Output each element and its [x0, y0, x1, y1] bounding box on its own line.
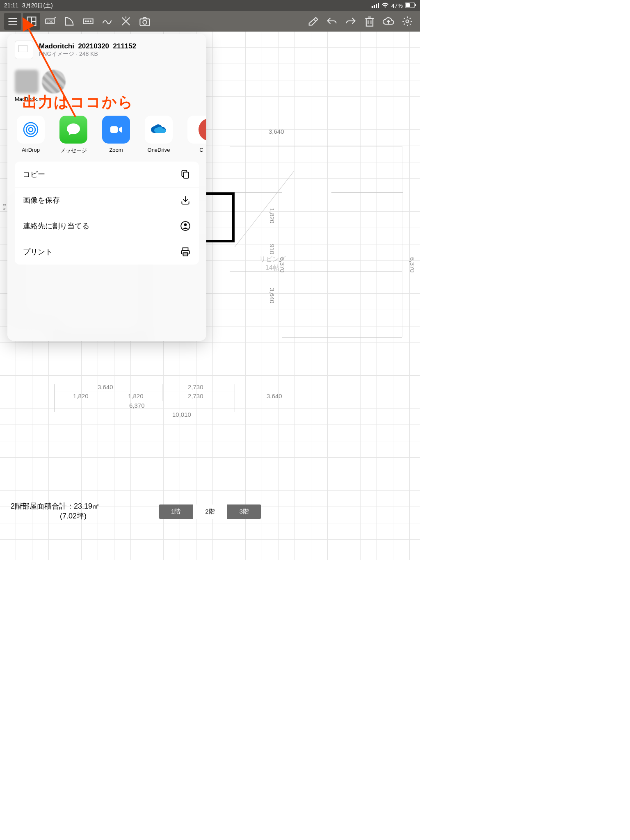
wifi-icon — [381, 2, 389, 9]
copy-icon — [180, 169, 191, 180]
svg-point-21 — [143, 21, 146, 24]
download-icon — [180, 195, 191, 205]
cloud-upload-button[interactable] — [380, 13, 397, 30]
status-time: 21:11 — [4, 2, 18, 9]
dim-b1: 3,640 — [98, 383, 113, 390]
dim-b5: 2,730 — [188, 393, 203, 399]
action-copy[interactable]: コピー — [15, 162, 199, 187]
svg-rect-5 — [406, 3, 410, 7]
svg-rect-32 — [110, 126, 118, 133]
share-app-onedrive[interactable]: OneDrive — [143, 116, 175, 154]
svg-point-33 — [199, 118, 206, 141]
floor-1-button[interactable]: 1階 — [159, 504, 193, 519]
dim-b2: 2,730 — [188, 383, 203, 390]
undo-button[interactable] — [323, 13, 340, 30]
svg-rect-37 — [183, 248, 188, 251]
svg-rect-34 — [184, 172, 189, 178]
svg-rect-6 — [415, 4, 416, 6]
measure-tool-button[interactable] — [117, 13, 135, 30]
dim-v4: 3,640 — [269, 288, 276, 304]
svg-point-29 — [26, 125, 35, 134]
share-app-messages[interactable]: メッセージ — [57, 116, 89, 154]
svg-rect-2 — [376, 4, 377, 8]
dim-b4: 1,820 — [128, 393, 144, 399]
share-app-airdrop[interactable]: AirDrop — [15, 116, 47, 154]
dim-top: 3,640 — [269, 128, 284, 135]
status-date: 3月20日(土) — [22, 2, 53, 9]
dim-v1: 1,820 — [269, 208, 276, 224]
svg-point-27 — [406, 20, 409, 23]
svg-rect-38 — [181, 251, 189, 254]
share-app-zoom[interactable]: Zoom — [100, 116, 132, 154]
camera-tool-button[interactable] — [136, 13, 153, 30]
svg-point-36 — [184, 224, 187, 226]
dim-v3: 6,370 — [279, 257, 286, 273]
battery-icon — [405, 2, 416, 9]
freehand-tool-button[interactable] — [98, 13, 116, 30]
action-save-image[interactable]: 画像を保存 — [15, 187, 199, 213]
dim-b8: 10,010 — [172, 411, 191, 418]
svg-point-31 — [67, 123, 80, 134]
svg-point-28 — [29, 128, 33, 132]
status-bar: 21:11 3月20日(土) 47% — [0, 0, 420, 11]
dim-v2: 910 — [269, 244, 276, 254]
dim-v5: 6,370 — [409, 257, 416, 273]
eraser-button[interactable] — [304, 13, 322, 30]
share-app-more[interactable]: C — [185, 116, 206, 154]
floor-2-button[interactable]: 2階 — [193, 504, 227, 519]
dim-b3: 1,820 — [73, 393, 89, 399]
floor-selector: 1階 2階 3階 — [159, 504, 261, 519]
svg-rect-22 — [366, 18, 373, 26]
dim-b7: 6,370 — [129, 402, 145, 409]
delete-button[interactable] — [361, 13, 378, 30]
print-icon — [180, 247, 191, 257]
redo-button[interactable] — [342, 13, 359, 30]
settings-button[interactable] — [399, 13, 416, 30]
annotation-text: 出力はココから — [23, 92, 134, 112]
signal-icon — [372, 2, 379, 9]
svg-rect-1 — [374, 5, 375, 8]
contact-icon — [180, 221, 191, 231]
floor-3-button[interactable]: 3階 — [227, 504, 261, 519]
area-summary: 2階部屋面積合計：23.19㎡ (7.02坪) — [11, 501, 100, 521]
battery-percent: 47% — [391, 2, 403, 9]
action-print[interactable]: プリント — [15, 239, 199, 265]
svg-rect-3 — [378, 3, 379, 8]
svg-rect-0 — [372, 6, 373, 8]
dim-b6: 3,640 — [267, 393, 282, 399]
action-assign-contact[interactable]: 連絡先に割り当てる — [15, 213, 199, 239]
